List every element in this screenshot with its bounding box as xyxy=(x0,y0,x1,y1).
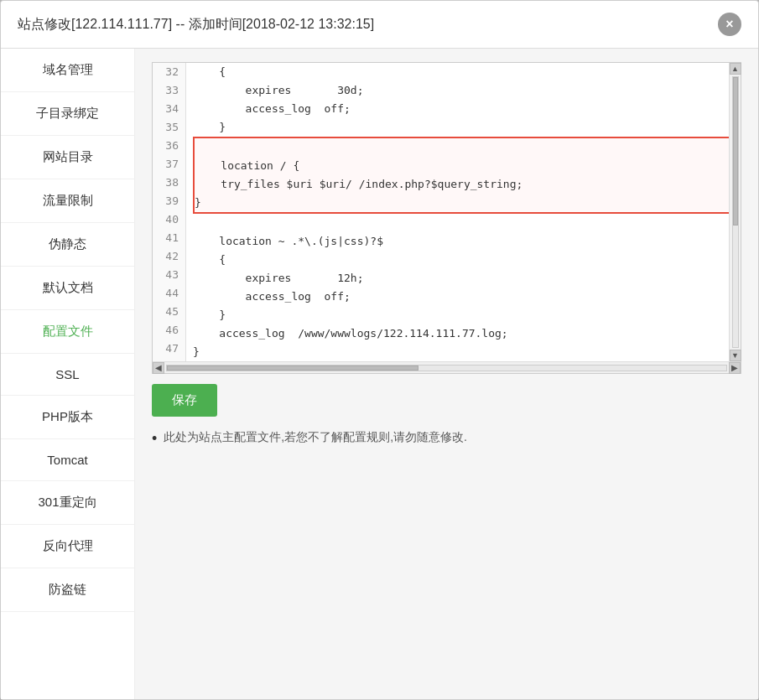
line-number-33: 33 xyxy=(153,81,185,100)
modal-header: 站点修改[122.114.111.77] -- 添加时间[2018-02-12 … xyxy=(1,1,758,49)
lines-and-code: 32333435363738394041424344454647 { expir… xyxy=(153,63,741,361)
code-line-44: access_log off; xyxy=(193,288,734,306)
line-number-39: 39 xyxy=(153,192,185,210)
scroll-down-button[interactable]: ▼ xyxy=(730,350,741,361)
scroll-left-button[interactable]: ◀ xyxy=(153,362,164,374)
editor-right: { expires 30d; access_log off; } locatio… xyxy=(186,63,741,361)
scroll-horizontal-thumb[interactable] xyxy=(167,366,418,371)
code-line-36 xyxy=(195,138,732,157)
line-number-45: 45 xyxy=(153,303,185,321)
sidebar-item-7[interactable]: SSL xyxy=(1,354,134,396)
sidebar-item-10[interactable]: 301重定向 xyxy=(1,481,134,525)
code-editor-container: 32333435363738394041424344454647 { expir… xyxy=(152,62,741,374)
vertical-scrollbar[interactable]: ▲ ▼ xyxy=(729,63,741,361)
horizontal-scrollbar[interactable]: ◀ ▶ xyxy=(153,361,741,373)
main-content: 32333435363738394041424344454647 { expir… xyxy=(135,49,758,699)
line-number-35: 35 xyxy=(153,118,185,137)
sidebar-item-4[interactable]: 伪静态 xyxy=(1,223,134,267)
scroll-horizontal-track[interactable] xyxy=(166,365,727,371)
code-line-47: } xyxy=(193,343,734,361)
code-block[interactable]: { expires 30d; access_log off; } locatio… xyxy=(186,63,741,361)
sidebar-item-1[interactable]: 子目录绑定 xyxy=(1,92,134,136)
code-line-33: expires 30d; xyxy=(193,81,734,100)
modal-body: 域名管理子目录绑定网站目录流量限制伪静态默认文档配置文件SSLPHP版本Tomc… xyxy=(1,49,758,699)
code-line-45: } xyxy=(193,306,734,324)
editor-inner: 32333435363738394041424344454647 { expir… xyxy=(153,63,741,361)
sidebar-item-0[interactable]: 域名管理 xyxy=(1,49,134,92)
line-number-43: 43 xyxy=(153,266,185,284)
line-number-41: 41 xyxy=(153,229,185,247)
code-line-35: } xyxy=(193,118,734,137)
sidebar-item-9[interactable]: Tomcat xyxy=(1,439,134,481)
code-line-39: } xyxy=(195,194,732,212)
code-line-43: expires 12h; xyxy=(193,269,734,288)
close-button[interactable]: × xyxy=(718,13,741,36)
line-numbers: 32333435363738394041424344454647 xyxy=(153,63,186,361)
scroll-vertical-track[interactable] xyxy=(732,76,739,348)
notice-bullet: • xyxy=(152,430,157,449)
line-number-36: 36 xyxy=(153,137,185,155)
line-number-38: 38 xyxy=(153,174,185,192)
line-number-44: 44 xyxy=(153,284,185,303)
sidebar-item-11[interactable]: 反向代理 xyxy=(1,525,134,568)
sidebar-item-2[interactable]: 网站目录 xyxy=(1,136,134,179)
line-number-34: 34 xyxy=(153,100,185,118)
code-line-38: try_files $uri $uri/ /index.php?$query_s… xyxy=(195,175,732,194)
code-editor[interactable]: 32333435363738394041424344454647 { expir… xyxy=(152,62,741,374)
save-button[interactable]: 保存 xyxy=(152,384,217,417)
code-line-32: { xyxy=(193,63,734,81)
sidebar: 域名管理子目录绑定网站目录流量限制伪静态默认文档配置文件SSLPHP版本Tomc… xyxy=(1,49,135,699)
sidebar-item-6[interactable]: 配置文件 xyxy=(1,310,134,354)
line-number-37: 37 xyxy=(153,155,185,174)
scroll-right-button[interactable]: ▶ xyxy=(729,362,741,374)
line-number-42: 42 xyxy=(153,247,185,266)
code-line-41: location ~ .*\.(js|css)?$ xyxy=(193,232,734,251)
notice-container: • 此处为站点主配置文件,若您不了解配置规则,请勿随意修改. xyxy=(152,430,741,449)
line-number-47: 47 xyxy=(153,340,185,358)
line-number-40: 40 xyxy=(153,210,185,229)
sidebar-item-12[interactable]: 防盗链 xyxy=(1,568,134,612)
notice-text: 此处为站点主配置文件,若您不了解配置规则,请勿随意修改. xyxy=(164,430,467,445)
scroll-vertical-thumb[interactable] xyxy=(733,77,738,226)
line-number-32: 32 xyxy=(153,63,185,81)
code-line-37: location / { xyxy=(195,157,732,175)
modal-container: 站点修改[122.114.111.77] -- 添加时间[2018-02-12 … xyxy=(0,0,759,700)
code-line-46: access_log /www/wwwlogs/122.114.111.77.l… xyxy=(193,324,734,343)
scroll-up-button[interactable]: ▲ xyxy=(730,63,741,75)
line-number-46: 46 xyxy=(153,321,185,340)
sidebar-item-8[interactable]: PHP版本 xyxy=(1,396,134,439)
code-line-34: access_log off; xyxy=(193,100,734,118)
highlighted-region: location / { try_files $uri $uri/ /index… xyxy=(193,137,734,214)
code-line-42: { xyxy=(193,251,734,269)
sidebar-item-5[interactable]: 默认文档 xyxy=(1,267,134,310)
sidebar-item-3[interactable]: 流量限制 xyxy=(1,179,134,223)
code-line-40 xyxy=(193,214,734,232)
modal-title: 站点修改[122.114.111.77] -- 添加时间[2018-02-12 … xyxy=(18,16,374,34)
